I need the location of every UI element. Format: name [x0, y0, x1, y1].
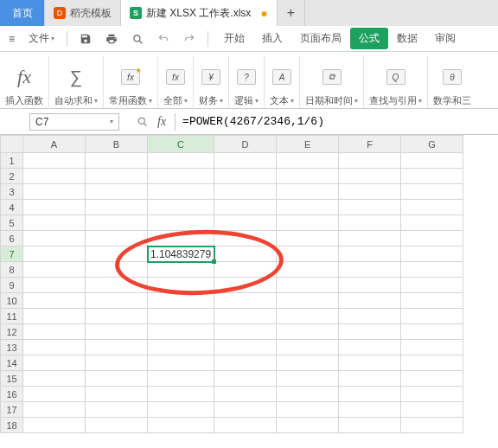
cell[interactable]: [214, 169, 277, 184]
cell[interactable]: [401, 231, 463, 246]
cell[interactable]: [214, 153, 277, 169]
cell[interactable]: [214, 418, 277, 433]
cell[interactable]: [401, 355, 463, 371]
cell[interactable]: [148, 231, 214, 246]
ribbon-tab-0[interactable]: 开始: [215, 28, 253, 49]
cell[interactable]: [86, 153, 148, 169]
column-header[interactable]: C: [148, 136, 214, 153]
cell[interactable]: [401, 324, 463, 340]
cell[interactable]: [86, 200, 148, 215]
cell[interactable]: [148, 153, 214, 169]
formula-input[interactable]: [175, 113, 498, 131]
column-header[interactable]: F: [339, 136, 401, 153]
ribbon-common-functions[interactable]: fx★ 常用函数▾: [104, 55, 158, 107]
cell[interactable]: [277, 340, 339, 355]
cell[interactable]: [86, 371, 148, 387]
row-header[interactable]: 4: [1, 200, 23, 215]
spreadsheet-grid[interactable]: ABCDEFG12345671.104839279891011121314151…: [0, 135, 498, 433]
ribbon-tab-3[interactable]: 公式: [350, 28, 388, 49]
row-header[interactable]: 1: [1, 153, 23, 169]
cell[interactable]: [23, 246, 86, 262]
cell[interactable]: [339, 246, 401, 262]
cell[interactable]: [339, 309, 401, 324]
cell[interactable]: [23, 215, 86, 231]
cell[interactable]: [339, 371, 401, 387]
tab-home[interactable]: 首页: [0, 0, 45, 26]
cell[interactable]: [148, 324, 214, 340]
ribbon-tab-2[interactable]: 页面布局: [291, 28, 350, 49]
cell[interactable]: [23, 340, 86, 355]
cell[interactable]: [86, 262, 148, 278]
cell[interactable]: [277, 355, 339, 371]
row-header[interactable]: 14: [1, 355, 23, 371]
name-box[interactable]: C7 ▾: [29, 113, 119, 131]
row-header[interactable]: 12: [1, 324, 23, 340]
cell[interactable]: [401, 262, 463, 278]
cell[interactable]: [148, 278, 214, 293]
cell[interactable]: [23, 278, 86, 293]
ribbon-financial[interactable]: ¥ 财务▾: [194, 55, 229, 107]
cell[interactable]: [214, 215, 277, 231]
cell[interactable]: [148, 402, 214, 418]
ribbon-insert-function[interactable]: fx 插入函数: [0, 55, 49, 107]
row-header[interactable]: 17: [1, 402, 23, 418]
row-header[interactable]: 13: [1, 340, 23, 355]
cell[interactable]: [214, 231, 277, 246]
cell[interactable]: [23, 371, 86, 387]
column-header[interactable]: B: [86, 136, 148, 153]
row-header[interactable]: 9: [1, 278, 23, 293]
row-header[interactable]: 7: [1, 246, 23, 262]
name-box-dropdown-icon[interactable]: ▾: [110, 118, 113, 125]
cell[interactable]: [86, 231, 148, 246]
cell[interactable]: [339, 324, 401, 340]
cell[interactable]: [339, 200, 401, 215]
cell[interactable]: [23, 309, 86, 324]
menu-file[interactable]: 文件▾: [23, 28, 60, 49]
cell[interactable]: [339, 231, 401, 246]
cell[interactable]: [214, 371, 277, 387]
column-header[interactable]: D: [214, 136, 277, 153]
cell[interactable]: [277, 278, 339, 293]
cell[interactable]: [401, 215, 463, 231]
fx-indicator[interactable]: fx: [137, 115, 166, 129]
cell[interactable]: [339, 153, 401, 169]
cell[interactable]: [277, 153, 339, 169]
cell[interactable]: [86, 169, 148, 184]
cell[interactable]: [277, 200, 339, 215]
cell[interactable]: [214, 324, 277, 340]
ribbon-autosum[interactable]: ∑ 自动求和▾: [49, 55, 104, 107]
cell[interactable]: [339, 262, 401, 278]
cell[interactable]: [23, 355, 86, 371]
cell[interactable]: [339, 355, 401, 371]
quick-preview-icon[interactable]: [126, 29, 149, 48]
cell[interactable]: [214, 184, 277, 200]
cell[interactable]: [148, 200, 214, 215]
tab-current-document[interactable]: S 新建 XLSX 工作表.xlsx ●: [121, 0, 278, 26]
cell[interactable]: [148, 355, 214, 371]
new-tab-button[interactable]: +: [278, 0, 305, 26]
cell[interactable]: [277, 309, 339, 324]
row-header[interactable]: 15: [1, 371, 23, 387]
cell[interactable]: [277, 169, 339, 184]
cell[interactable]: [277, 418, 339, 433]
cell[interactable]: [401, 153, 463, 169]
cell[interactable]: [214, 387, 277, 402]
tab-templates[interactable]: D 稻壳模板: [45, 0, 121, 26]
cell[interactable]: [214, 309, 277, 324]
cell[interactable]: [23, 324, 86, 340]
cell[interactable]: [148, 262, 214, 278]
cell[interactable]: [214, 246, 277, 262]
cell[interactable]: [401, 418, 463, 433]
quick-print-icon[interactable]: [100, 29, 123, 48]
cell[interactable]: [401, 246, 463, 262]
cell[interactable]: [148, 293, 214, 309]
row-header[interactable]: 8: [1, 262, 23, 278]
cell[interactable]: [339, 402, 401, 418]
cell[interactable]: [339, 340, 401, 355]
cell[interactable]: [277, 184, 339, 200]
cell[interactable]: [86, 387, 148, 402]
row-header[interactable]: 6: [1, 231, 23, 246]
cell[interactable]: [401, 371, 463, 387]
ribbon-all[interactable]: fx 全部▾: [158, 55, 194, 107]
cell[interactable]: [339, 278, 401, 293]
